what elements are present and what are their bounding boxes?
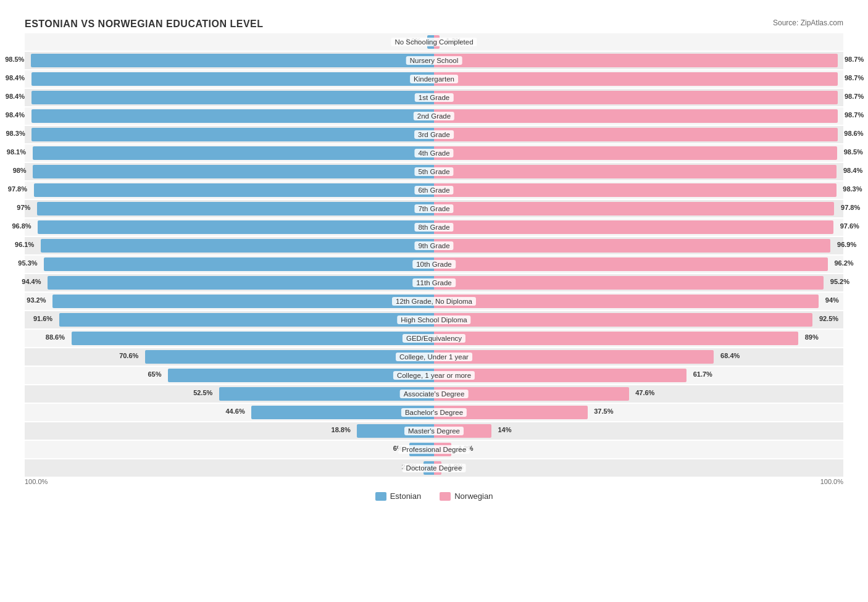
norwegian-bar — [434, 54, 838, 67]
estonian-bar — [31, 109, 434, 123]
bar-row: 98.4% 2nd Grade 98.7% — [25, 107, 843, 125]
norwegian-bar — [434, 369, 686, 382]
norwegian-bar — [434, 257, 828, 271]
estonian-bar — [219, 387, 434, 401]
bar-row: 98.4% Kindergarten 98.7% — [25, 70, 843, 88]
axis-left-label: 100.0% — [25, 478, 48, 485]
bar-row: 98.5% Nursery School 98.7% — [25, 52, 843, 69]
estonian-bar — [145, 350, 434, 364]
norwegian-value: 97.8% — [841, 204, 860, 211]
estonian-value: 98.4% — [6, 111, 25, 119]
norwegian-value: 96.2% — [834, 259, 853, 267]
norwegian-bar — [434, 220, 833, 234]
bar-row: 2.5% Doctorate Degree 1.8% — [25, 459, 843, 477]
estonian-bar — [34, 183, 434, 197]
bar-row: 44.6% Bachelor's Degree 37.5% — [25, 404, 843, 421]
bar-row: 96.8% 8th Grade 97.6% — [25, 219, 843, 236]
norwegian-value: 98.6% — [844, 130, 863, 137]
norwegian-bar — [434, 313, 812, 327]
norwegian-bar — [434, 128, 838, 141]
estonian-value: 6% — [393, 445, 403, 452]
bar-row: 95.3% 10th Grade 96.2% — [25, 256, 843, 273]
estonian-bar — [31, 91, 434, 104]
norwegian-value: 98.3% — [843, 185, 862, 193]
estonian-value: 88.6% — [46, 333, 65, 341]
norwegian-value: 1.3% — [446, 37, 461, 44]
legend: Estonian Norwegian — [25, 491, 843, 501]
estonian-value: 44.6% — [226, 408, 245, 415]
estonian-value: 97.8% — [8, 185, 27, 193]
chart-title: ESTONIAN VS NORWEGIAN EDUCATION LEVEL — [25, 19, 264, 30]
norwegian-value: 47.6% — [635, 389, 654, 396]
estonian-value: 65% — [148, 370, 161, 378]
estonian-value: 2.5% — [402, 463, 417, 470]
bar-row: 70.6% College, Under 1 year 68.4% — [25, 348, 843, 366]
legend-norwegian: Norwegian — [440, 491, 493, 501]
norwegian-bar — [434, 406, 588, 419]
bar-row: 97% 7th Grade 97.8% — [25, 200, 843, 217]
norwegian-bar — [434, 461, 441, 475]
norwegian-value: 61.7% — [693, 370, 712, 378]
axis-labels: 100.0% 100.0% — [25, 478, 843, 485]
estonian-bar — [427, 35, 434, 49]
norwegian-bar — [434, 387, 629, 401]
estonian-legend-box — [375, 492, 386, 501]
bar-row: 96.1% 9th Grade 96.9% — [25, 237, 843, 254]
norwegian-value: 97.6% — [840, 222, 859, 230]
estonian-legend-label: Estonian — [390, 491, 422, 501]
norwegian-bar — [434, 239, 830, 253]
estonian-bar — [72, 332, 434, 345]
norwegian-value: 98.7% — [845, 111, 864, 119]
estonian-value: 1.6% — [406, 37, 421, 44]
estonian-value: 96.1% — [15, 241, 34, 248]
norwegian-value: 98.7% — [845, 56, 864, 63]
norwegian-bar — [434, 295, 819, 308]
norwegian-bar — [434, 146, 837, 160]
legend-estonian: Estonian — [375, 491, 422, 501]
estonian-bar — [31, 72, 434, 86]
estonian-value: 70.6% — [119, 352, 138, 359]
norwegian-bar — [434, 443, 451, 456]
chart-area: 1.6% No Schooling Completed 1.3% 98.5% N… — [25, 33, 843, 477]
estonian-value: 91.6% — [33, 315, 52, 322]
bar-row: 52.5% Associate's Degree 47.6% — [25, 385, 843, 403]
norwegian-value: 89% — [805, 333, 819, 341]
bar-row: 65% College, 1 year or more 61.7% — [25, 367, 843, 384]
norwegian-value: 98.4% — [843, 167, 862, 174]
norwegian-value: 4.2% — [457, 445, 473, 452]
bar-row: 91.6% High School Diploma 92.5% — [25, 311, 843, 328]
estonian-value: 98.4% — [6, 93, 25, 100]
norwegian-legend-label: Norwegian — [454, 491, 493, 501]
bar-row: 18.8% Master's Degree 14% — [25, 422, 843, 440]
bar-row: 1.6% No Schooling Completed 1.3% — [25, 33, 843, 51]
norwegian-value: 92.5% — [819, 315, 838, 322]
norwegian-bar — [434, 350, 714, 364]
norwegian-bar — [434, 72, 838, 86]
bar-row: 93.2% 12th Grade, No Diploma 94% — [25, 293, 843, 310]
estonian-bar — [48, 276, 434, 290]
estonian-value: 98.5% — [5, 56, 24, 63]
estonian-value: 97% — [17, 204, 30, 211]
estonian-bar — [41, 239, 434, 253]
estonian-bar — [251, 406, 434, 419]
estonian-bar — [44, 257, 434, 271]
estonian-value: 96.8% — [12, 222, 31, 230]
estonian-bar — [31, 128, 434, 141]
norwegian-value: 98.5% — [844, 148, 863, 156]
bar-row: 97.8% 6th Grade 98.3% — [25, 182, 843, 199]
norwegian-value: 1.8% — [448, 463, 464, 470]
bar-row: 94.4% 11th Grade 95.2% — [25, 274, 843, 291]
estonian-bar — [357, 424, 434, 438]
estonian-bar — [409, 443, 434, 456]
bar-row: 88.6% GED/Equivalency 89% — [25, 330, 843, 347]
bar-row: 98.4% 1st Grade 98.7% — [25, 89, 843, 106]
norwegian-bar — [434, 183, 837, 197]
estonian-bar — [37, 202, 434, 215]
norwegian-bar — [434, 109, 838, 123]
chart-container: ESTONIAN VS NORWEGIAN EDUCATION LEVEL So… — [12, 12, 856, 507]
estonian-bar — [52, 295, 434, 308]
norwegian-bar — [434, 424, 491, 438]
norwegian-bar — [434, 276, 824, 290]
norwegian-value: 68.4% — [720, 352, 740, 359]
estonian-bar — [33, 165, 434, 178]
